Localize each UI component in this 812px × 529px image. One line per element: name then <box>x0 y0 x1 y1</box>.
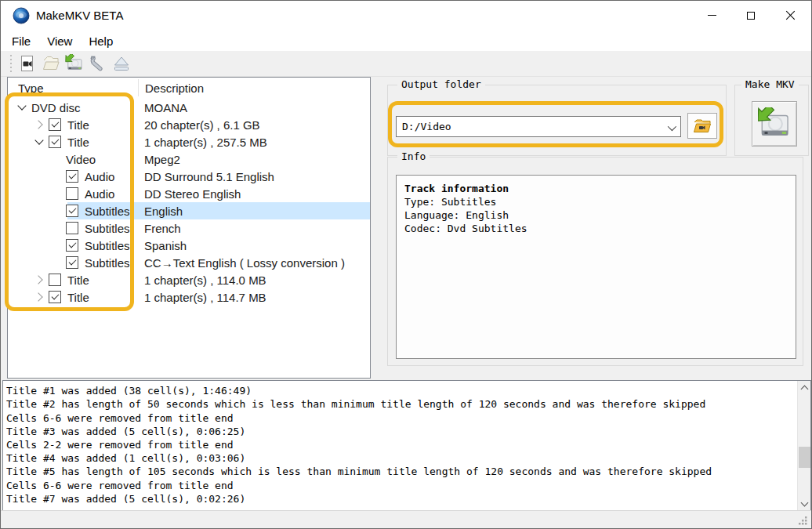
save-mkv-button[interactable] <box>63 53 85 74</box>
open-folder-icon <box>42 54 60 73</box>
status-bar <box>1 510 811 528</box>
checkbox-checked[interactable] <box>49 291 61 303</box>
tree-row[interactable]: SubtitlesEnglish <box>8 202 370 219</box>
maximize-button[interactable] <box>733 1 769 30</box>
checkbox-unchecked[interactable] <box>66 187 78 200</box>
tree-row-type: DVD disc <box>31 101 81 114</box>
toolbar-drag-handle[interactable] <box>9 55 13 72</box>
checkbox-checked[interactable] <box>49 118 61 131</box>
log-line: Cells 6-6 were removed from title end <box>6 411 797 425</box>
expander-spacer <box>49 168 66 185</box>
info-group: Info Track information Type: Subtitles L… <box>387 157 803 366</box>
tree-row[interactable]: AudioDD Surround 5.1 English <box>8 168 370 185</box>
chevron-right-icon[interactable] <box>31 288 49 306</box>
tree-row-description: MOANA <box>139 99 370 116</box>
resize-grip-icon[interactable] <box>797 515 808 526</box>
log-content[interactable]: Cells 11-11 were removed from title endT… <box>3 381 797 510</box>
scrollbar-thumb[interactable] <box>799 447 810 468</box>
tree-row[interactable]: Title1 chapter(s) , 114.0 MB <box>8 271 370 288</box>
close-icon <box>785 10 796 20</box>
expander-spacer <box>49 150 66 168</box>
tree-row[interactable]: VideoMpeg2 <box>8 150 370 168</box>
tree-row-description: CC→Text English ( Lossy conversion ) <box>139 254 370 271</box>
tree-row-description: 1 chapter(s) , 257.5 MB <box>139 133 370 150</box>
tree-row[interactable]: Title1 chapter(s) , 114.7 MB <box>8 288 370 306</box>
tree-row-description: DD Surround 5.1 English <box>139 168 370 185</box>
tree-row-type: Title <box>67 291 89 304</box>
track-info-codec: Codec: Dvd Subtitles <box>404 222 788 235</box>
make-mkv-button[interactable] <box>752 101 797 147</box>
column-header-description[interactable]: Description <box>138 79 204 96</box>
tree-row[interactable]: DVD discMOANA <box>8 99 370 116</box>
tree-row-description: French <box>139 219 370 237</box>
open-video-file-button[interactable] <box>16 53 38 74</box>
checkbox-checked[interactable] <box>66 170 78 183</box>
expander-spacer <box>49 185 66 202</box>
tree-row-description: 20 chapter(s) , 6.1 GB <box>139 116 370 133</box>
menu-help[interactable]: Help <box>87 33 114 49</box>
expander-spacer <box>49 219 66 237</box>
expander-spacer <box>49 202 66 219</box>
tree-row[interactable]: AudioDD Stereo English <box>8 185 370 202</box>
tree-row-type: Subtitles <box>85 256 130 270</box>
log-box: Cells 11-11 were removed from title endT… <box>2 380 811 511</box>
checkbox-checked[interactable] <box>66 205 78 217</box>
menu-file[interactable]: File <box>10 33 32 49</box>
scroll-up-button[interactable] <box>798 381 811 394</box>
track-info-title: Track information <box>404 182 788 195</box>
close-button[interactable] <box>772 1 808 30</box>
tree-row-type: Subtitles <box>85 222 130 235</box>
column-header-type[interactable]: Type <box>18 82 44 95</box>
track-info-language: Language: English <box>404 208 788 222</box>
tree-row[interactable]: SubtitlesFrench <box>8 219 370 237</box>
tree-row-description: 1 chapter(s) , 114.7 MB <box>139 288 370 306</box>
tree-row-description: DD Stereo English <box>139 185 370 202</box>
log-line: Title #1 was added (38 cell(s), 1:46:49) <box>6 384 797 397</box>
checkbox-checked[interactable] <box>66 256 78 269</box>
menu-view[interactable]: View <box>45 33 74 49</box>
video-file-icon <box>18 54 37 73</box>
tree-body: DVD discMOANATitle20 chapter(s) , 6.1 GB… <box>8 99 370 306</box>
log-line: Title #2 has length of 50 seconds which … <box>6 397 797 411</box>
log-scrollbar <box>797 381 810 510</box>
tree-header: Type Description <box>8 78 370 99</box>
output-folder-label: Output folder <box>397 78 485 90</box>
expander-spacer <box>49 254 66 271</box>
wrench-icon <box>89 54 107 73</box>
scroll-down-button[interactable] <box>798 497 811 510</box>
tree-row[interactable]: SubtitlesCC→Text English ( Lossy convers… <box>8 254 370 271</box>
tree-row-type: Title <box>67 118 89 132</box>
chevron-down-icon[interactable] <box>14 99 31 116</box>
output-folder-combobox[interactable]: D:/Video <box>396 116 681 137</box>
settings-button[interactable] <box>86 53 109 74</box>
menu-bar: File View Help <box>1 31 811 51</box>
chevron-down-icon <box>668 122 676 131</box>
chevron-down-icon[interactable] <box>31 133 49 150</box>
tree-row-type: Title <box>67 274 89 287</box>
chevron-right-icon[interactable] <box>31 116 49 133</box>
make-mkv-icon <box>758 107 791 140</box>
minimize-button[interactable] <box>694 1 730 30</box>
tree-row-description: English <box>139 202 370 219</box>
tree-row-type: Audio <box>85 170 114 183</box>
tree-row[interactable]: SubtitlesSpanish <box>8 237 370 254</box>
log-line: Cells 6-6 were removed from title end <box>6 479 797 492</box>
checkbox-checked[interactable] <box>66 239 78 252</box>
log-lines: Cells 11-11 were removed from title endT… <box>6 381 797 505</box>
tree-row[interactable]: Title20 chapter(s) , 6.1 GB <box>8 116 370 133</box>
browse-folder-button[interactable] <box>687 113 717 139</box>
tree-row-type: Video <box>66 153 96 166</box>
make-mkv-label: Make MKV <box>741 78 799 90</box>
log-line: Title #5 has length of 105 seconds which… <box>6 465 797 478</box>
checkbox-unchecked[interactable] <box>49 274 61 286</box>
eject-button[interactable] <box>110 53 132 74</box>
chevron-right-icon[interactable] <box>31 271 49 288</box>
checkbox-checked[interactable] <box>49 136 61 148</box>
expander-spacer <box>49 237 66 254</box>
checkbox-unchecked[interactable] <box>66 222 78 234</box>
tree-row[interactable]: Title1 chapter(s) , 257.5 MB <box>8 133 370 150</box>
make-mkv-group: Make MKV <box>734 85 809 156</box>
open-folder-button[interactable] <box>39 53 62 74</box>
tree-row-description: 1 chapter(s) , 114.0 MB <box>139 271 370 288</box>
title-bar: MakeMKV BETA <box>1 1 811 31</box>
